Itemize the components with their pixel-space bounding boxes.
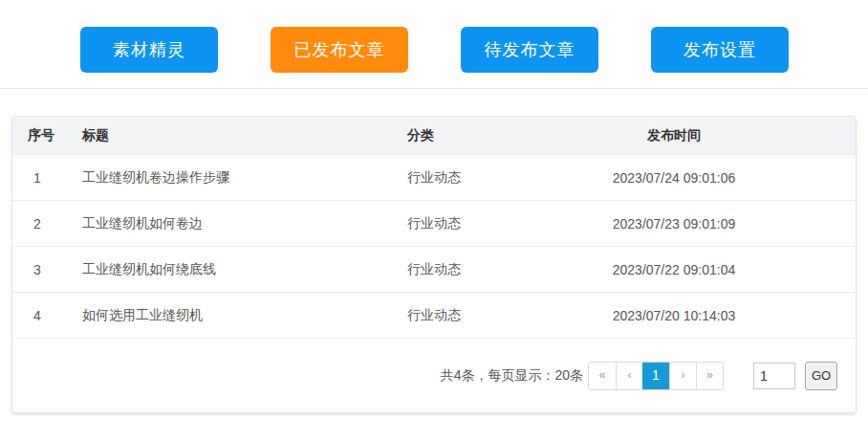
column-header-publish-time: 发布时间 (492, 127, 856, 144)
article-category: 行业动态 (407, 261, 492, 278)
article-category: 行业动态 (407, 215, 492, 232)
table-row: 1 工业缝纫机卷边操作步骤 行业动态 2023/07/24 09:01:06 (12, 154, 856, 200)
table-row: 4 如何选用工业缝纫机 行业动态 2023/07/20 10:14:03 (12, 292, 856, 338)
tab-bar: 素材精灵 已发布文章 待发布文章 发布设置 (80, 27, 789, 73)
column-header-index: 序号 (12, 127, 82, 144)
table-row: 2 工业缝纫机如何卷边 行业动态 2023/07/23 09:01:09 (12, 200, 856, 246)
row-index: 3 (12, 262, 82, 277)
article-title[interactable]: 工业缝纫机如何卷边 (82, 215, 407, 232)
article-category: 行业动态 (407, 169, 492, 187)
pagination-prev-button[interactable]: ‹ (616, 363, 642, 389)
tab-pending-articles[interactable]: 待发布文章 (461, 27, 598, 73)
article-title[interactable]: 如何选用工业缝纫机 (82, 307, 407, 324)
row-index: 2 (12, 216, 82, 232)
article-title[interactable]: 工业缝纫机卷边操作步骤 (82, 169, 407, 187)
tab-material-genie[interactable]: 素材精灵 (80, 27, 218, 73)
table-footer: 共4条，每页显示：20条 « ‹ 1 › » GO (12, 338, 856, 412)
pagination-first-button[interactable]: « (589, 363, 616, 389)
publish-time: 2023/07/20 10:14:03 (492, 308, 856, 323)
column-header-category: 分类 (407, 127, 492, 144)
article-category: 行业动态 (407, 307, 492, 324)
column-header-title: 标题 (82, 127, 407, 144)
pagination-last-button[interactable]: » (696, 363, 723, 389)
publish-time: 2023/07/23 09:01:09 (492, 216, 856, 232)
pagination-next-button[interactable]: › (669, 363, 696, 389)
row-index: 1 (12, 170, 82, 186)
pagination: « ‹ 1 › » (588, 362, 724, 390)
pagination-summary: 共4条，每页显示：20条 (441, 367, 583, 385)
table-row: 3 工业缝纫机如何绕底线 行业动态 2023/07/22 09:01:04 (12, 246, 856, 292)
go-button[interactable]: GO (805, 362, 837, 390)
articles-table-card: 序号 标题 分类 发布时间 1 工业缝纫机卷边操作步骤 行业动态 2023/07… (11, 116, 857, 413)
tab-published-articles[interactable]: 已发布文章 (271, 27, 408, 73)
pagination-page-1[interactable]: 1 (642, 363, 669, 389)
publish-time: 2023/07/22 09:01:04 (492, 262, 856, 277)
header-divider (0, 88, 868, 89)
tab-publish-settings[interactable]: 发布设置 (651, 27, 789, 73)
article-title[interactable]: 工业缝纫机如何绕底线 (82, 261, 407, 278)
table-header-row: 序号 标题 分类 发布时间 (12, 117, 856, 154)
row-index: 4 (12, 308, 82, 323)
publish-time: 2023/07/24 09:01:06 (492, 170, 856, 186)
page-jump-input[interactable] (753, 363, 795, 389)
